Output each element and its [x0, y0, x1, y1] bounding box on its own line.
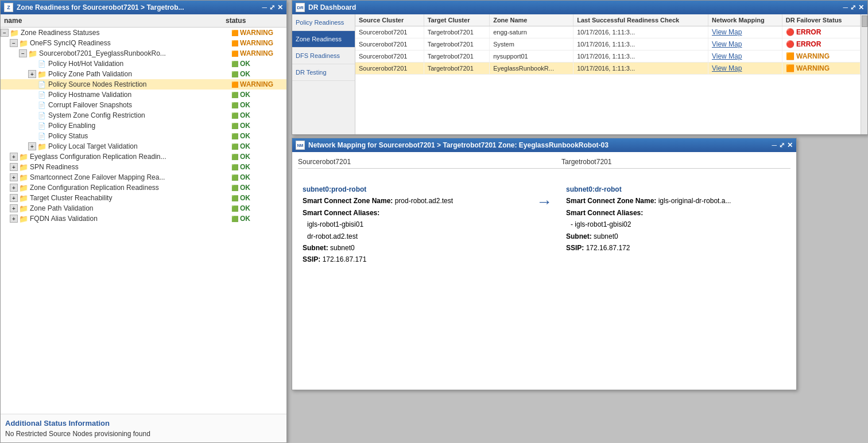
nm-subnet-grid: subnet0:prod-robot Smart Connect Zone Na… [298, 176, 790, 269]
tree-item-policy-hostname[interactable]: 📄Policy Hostname Validation🟩OK [1, 90, 286, 100]
view-map-link-2[interactable]: View Map [712, 52, 742, 60]
tree-list: −📁Zone Readiness Statuses🟧WARNING−📁OneFS… [1, 28, 286, 224]
zone-readiness-title: Zone Readiness for Sourcerobot7201 > Tar… [17, 3, 184, 11]
tree-item-zone-readiness-statuses[interactable]: −📁Zone Readiness Statuses🟧WARNING [1, 28, 286, 38]
nm-target-alias-1: - igls-robot1-gbisi02 [566, 219, 786, 230]
dr-maximize-button[interactable]: ⤢ [850, 3, 856, 11]
item-label-sourcerobot-eyeglass: Sourcerobot7201_EyeglassRunbookRo... [39, 49, 229, 57]
additional-info: Additional Status Information No Restric… [1, 414, 286, 442]
toggle-policy-zone-path[interactable]: + [28, 70, 36, 78]
dr-table-body: Sourcerobot7201 Targetrobot7201 engg-sat… [355, 26, 861, 75]
tree-item-spn-readiness[interactable]: +📁SPN Readiness🟩OK [1, 162, 286, 172]
toggle-onefs-synciq-readiness[interactable]: − [10, 39, 18, 47]
toggle-spn-readiness[interactable]: + [10, 163, 18, 171]
tab-policy-readiness[interactable]: Policy Readiness [292, 14, 355, 31]
toggle-sourcerobot-eyeglass[interactable]: − [19, 49, 27, 57]
td-map-1[interactable]: View Map [708, 38, 782, 50]
tree-item-policy-zone-path[interactable]: +📁Policy Zone Path Validation🟩OK [1, 69, 286, 79]
tab-dr-testing[interactable]: DR Testing [292, 64, 355, 81]
nm-arrow: → [527, 176, 561, 269]
toggle-zone-path-validation[interactable]: + [10, 204, 18, 212]
zone-readiness-window: Z Zone Readiness for Sourcerobot7201 > T… [0, 0, 287, 443]
nm-maximize-button[interactable]: ⤢ [779, 141, 785, 149]
zone-readiness-titlebar: Z Zone Readiness for Sourcerobot7201 > T… [1, 1, 286, 14]
status-badge-0: 🔴 ERROR [786, 28, 857, 36]
nm-target-subnet-title: subnet0:dr-robot [566, 184, 786, 195]
toggle-zone-readiness-statuses[interactable]: − [1, 29, 9, 37]
td-source-1: Sourcerobot7201 [355, 38, 424, 50]
tree-item-onefs-synciq-readiness[interactable]: −📁OneFS SyncIQ Readiness🟧WARNING [1, 38, 286, 48]
scrollbar-thumb[interactable] [862, 15, 867, 27]
td-source-2: Sourcerobot7201 [355, 50, 424, 63]
toggle-policy-local-target[interactable]: + [28, 142, 36, 150]
folder-icon-policy-zone-path: 📁 [37, 70, 46, 78]
toggle-eyeglass-config-replication[interactable]: + [10, 153, 18, 161]
folder-icon-eyeglass-config-replication: 📁 [19, 153, 28, 161]
td-zone-2: nysupport01 [490, 50, 574, 63]
view-map-link-1[interactable]: View Map [712, 40, 742, 48]
toggle-target-cluster-reachability[interactable]: + [10, 194, 18, 202]
tree-item-policy-enabling[interactable]: 📄Policy Enabling🟩OK [1, 121, 286, 131]
item-status-policy-enabling: 🟩OK [229, 122, 286, 130]
toggle-smartconnect-zone-failover[interactable]: + [10, 173, 18, 181]
item-status-zone-readiness-statuses: 🟧WARNING [229, 29, 286, 37]
dr-close-button[interactable]: ✕ [858, 3, 864, 11]
toggle-zone-config-replication[interactable]: + [10, 184, 18, 192]
nm-window-controls: ─ ⤢ ✕ [772, 141, 793, 149]
tree-item-sourcerobot-eyeglass[interactable]: −📁Sourcerobot7201_EyeglassRunbookRo...🟧W… [1, 48, 286, 59]
tab-dfs-readiness[interactable]: DFS Readiness [292, 48, 355, 64]
col-name: name [4, 17, 226, 25]
tree-item-zone-path-validation[interactable]: +📁Zone Path Validation🟩OK [1, 203, 286, 213]
nm-content: Sourcerobot7201 Targetrobot7201 subnet0:… [292, 152, 796, 275]
tree-item-fqdn-alias-validation[interactable]: +📁FQDN Alias Validation🟩OK [1, 213, 286, 224]
additional-info-desc: No Restricted Source Nodes provisioning … [5, 430, 282, 438]
th-target-cluster: Target Cluster [424, 14, 490, 26]
status-badge-1: 🔴 ERROR [786, 40, 857, 48]
item-label-system-zone-config: System Zone Config Restriction [48, 111, 229, 119]
close-button[interactable]: ✕ [277, 3, 283, 11]
td-target-1: Targetrobot7201 [424, 38, 490, 50]
tree-item-smartconnect-zone-failover[interactable]: +📁Smartconnect Zone Failover Mapping Rea… [1, 172, 286, 182]
th-network-mapping: Network Mapping [708, 14, 782, 26]
item-status-policy-hostname: 🟩OK [229, 91, 286, 99]
tree-container[interactable]: −📁Zone Readiness Statuses🟧WARNING−📁OneFS… [1, 28, 286, 326]
network-mapping-window: NM Network Mapping for Sourcerobot7201 >… [292, 138, 797, 390]
item-label-eyeglass-config-replication: Eyeglass Configuration Replication Readi… [30, 153, 229, 161]
td-map-0[interactable]: View Map [708, 26, 782, 38]
col-status: status [226, 17, 283, 25]
file-icon-system-zone-config: 📄 [37, 111, 46, 119]
dr-table-scroll[interactable]: Source Cluster Target Cluster Zone Name … [355, 14, 867, 134]
dr-table-row-0[interactable]: Sourcerobot7201 Targetrobot7201 engg-sat… [355, 26, 861, 38]
maximize-button[interactable]: ⤢ [269, 3, 275, 11]
tree-item-policy-hot-hot[interactable]: 📄Policy Hot/Hot Validation🟩OK [1, 59, 286, 69]
td-map-3[interactable]: View Map [708, 63, 782, 75]
tree-item-zone-config-replication[interactable]: +📁Zone Configuration Replication Readine… [1, 182, 286, 193]
table-scrollbar[interactable] [861, 14, 867, 134]
view-map-link-3[interactable]: View Map [712, 64, 742, 72]
tree-item-target-cluster-reachability[interactable]: +📁Target Cluster Reachability🟩OK [1, 193, 286, 203]
td-check-1: 10/17/2016, 1:11:3... [574, 38, 708, 50]
nm-close-button[interactable]: ✕ [787, 141, 793, 149]
dr-dashboard-titlebar: DR DR Dashboard ─ ⤢ ✕ [292, 1, 867, 14]
item-label-corrupt-failover: Corrupt Failover Snapshots [48, 101, 229, 109]
tree-item-policy-source-nodes[interactable]: 📄Policy Source Nodes Restriction🟧WARNING [1, 79, 286, 90]
dr-table-row-2[interactable]: Sourcerobot7201 Targetrobot7201 nysuppor… [355, 50, 861, 63]
file-icon-corrupt-failover: 📄 [37, 101, 46, 109]
minimize-button[interactable]: ─ [262, 3, 267, 11]
dr-table-row-1[interactable]: Sourcerobot7201 Targetrobot7201 System 1… [355, 38, 861, 50]
nm-minimize-button[interactable]: ─ [772, 141, 777, 149]
toggle-fqdn-alias-validation[interactable]: + [10, 215, 18, 223]
tree-item-corrupt-failover[interactable]: 📄Corrupt Failover Snapshots🟩OK [1, 100, 286, 110]
tree-item-policy-local-target[interactable]: +📁Policy Local Target Validation🟩OK [1, 141, 286, 151]
dr-table-row-3[interactable]: Sourcerobot7201 Targetrobot7201 Eyeglass… [355, 63, 861, 75]
td-status-0: 🔴 ERROR [782, 26, 860, 38]
tab-zone-readiness[interactable]: Zone Readiness [292, 31, 355, 48]
tree-item-policy-status[interactable]: 📄Policy Status🟩OK [1, 131, 286, 141]
tree-item-eyeglass-config-replication[interactable]: +📁Eyeglass Configuration Replication Rea… [1, 151, 286, 162]
tree-item-system-zone-config[interactable]: 📄System Zone Config Restriction🟩OK [1, 110, 286, 121]
td-zone-0: engg-saturn [490, 26, 574, 38]
file-icon-policy-status: 📄 [37, 132, 46, 140]
view-map-link-0[interactable]: View Map [712, 28, 742, 36]
td-map-2[interactable]: View Map [708, 50, 782, 63]
dr-minimize-button[interactable]: ─ [843, 3, 848, 11]
